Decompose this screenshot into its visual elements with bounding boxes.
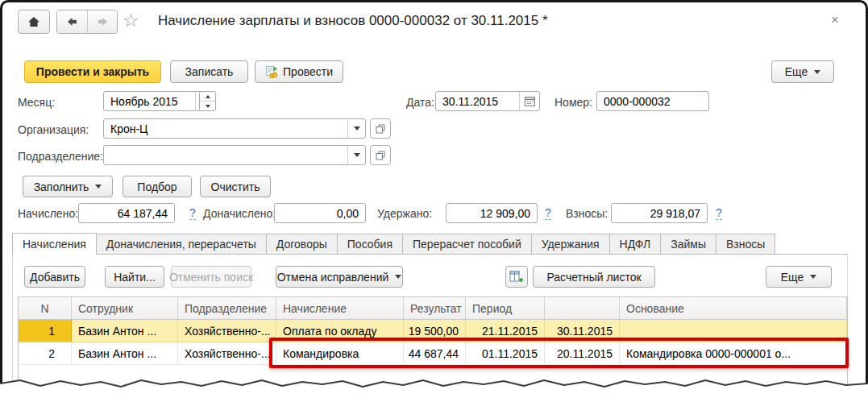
table-row[interactable]: 1 Базин Антон ... Хозяйственно-... Оплат… (19, 320, 847, 342)
forward-icon (97, 17, 109, 27)
cell-employee[interactable]: Базин Антон ... (72, 320, 178, 342)
cell-accrual[interactable]: Оплата по окладу (276, 320, 404, 342)
tab-dogovory[interactable]: Договоры (266, 234, 338, 255)
cell-employee[interactable]: Базин Антон ... (72, 342, 178, 364)
cancel-search-button[interactable]: Отменить поиск (171, 266, 251, 288)
cell-department[interactable]: Хозяйственно-... (178, 342, 276, 364)
contributions-label: Взносы: (566, 207, 608, 220)
cell-result[interactable]: 44 687,44 (404, 342, 466, 364)
cell-basis[interactable] (620, 320, 847, 342)
open-form-icon (376, 124, 385, 134)
add-row-button[interactable]: Добавить (24, 266, 85, 288)
fill-label: Заполнить (34, 180, 89, 193)
more-button-top[interactable]: Еще (771, 60, 834, 83)
table-row[interactable]: 2 Базин Антон ... Хозяйственно-... Коман… (19, 342, 847, 365)
more-grid-label: Еще (781, 271, 804, 284)
close-button[interactable]: × (831, 13, 839, 27)
cell-period-end[interactable]: 20.11.2015 (545, 342, 620, 364)
withheld-input[interactable]: 12 909,00 (446, 203, 538, 223)
back-button[interactable] (57, 10, 87, 33)
withheld-help-link[interactable]: ? (545, 206, 551, 220)
col-header-period[interactable]: Период (466, 297, 545, 319)
cell-n[interactable]: 2 (19, 342, 72, 364)
col-header-empty[interactable] (545, 297, 620, 319)
clear-label: Очистить (211, 180, 260, 193)
chevron-down-icon (810, 275, 816, 279)
date-calendar-button[interactable] (519, 92, 539, 110)
department-open-button[interactable] (370, 145, 391, 165)
chevron-down-icon (814, 70, 820, 74)
organization-combo[interactable]: Крон-Ц (103, 118, 366, 139)
col-header-result[interactable]: Результат (404, 297, 466, 319)
save-button[interactable]: Записать (170, 60, 248, 83)
table-header-row: N Сотрудник Подразделение Начисление Рез… (19, 297, 847, 320)
cell-period-end[interactable]: 30.11.2015 (545, 320, 620, 342)
more-label: Еще (785, 65, 808, 78)
date-value[interactable]: 30.11.2015 (436, 92, 519, 110)
date-field[interactable]: 30.11.2015 (435, 91, 540, 111)
open-form-icon (376, 151, 385, 160)
find-button[interactable]: Найти... (105, 266, 164, 288)
department-combo[interactable] (103, 145, 366, 165)
cell-department[interactable]: Хозяйственно-... (178, 320, 276, 342)
favorite-star-icon[interactable]: ☆ (123, 11, 139, 30)
payslip-label: Расчетный листок (546, 271, 641, 284)
department-value[interactable] (104, 146, 347, 164)
payslip-button[interactable]: Расчетный листок (533, 266, 655, 288)
tab-nachisleniya[interactable]: Начисления (12, 233, 97, 255)
pick-button[interactable]: Подбор (123, 176, 192, 197)
accrued-input[interactable]: 64 187,44 (78, 203, 175, 223)
tab-posobiya[interactable]: Пособия (337, 234, 403, 255)
additional-input[interactable]: 0,00 (274, 203, 366, 223)
page-title: Начисление зарплаты и взносов 0000-00003… (158, 13, 548, 29)
more-button-grid[interactable]: Еще (766, 266, 832, 288)
col-header-n[interactable]: N (19, 297, 72, 319)
cancel-corrections-button[interactable]: Отмена исправлений (276, 266, 403, 288)
organization-dropdown-button[interactable] (347, 119, 365, 138)
additional-label: Доначислено: (203, 207, 276, 220)
contributions-help-link[interactable]: ? (716, 206, 722, 220)
tab-vznosy[interactable]: Взносы (716, 234, 775, 255)
back-icon (66, 17, 78, 27)
cell-n[interactable]: 1 (19, 320, 72, 342)
month-stepper (199, 91, 216, 111)
find-label: Найти... (114, 271, 156, 284)
post-button[interactable]: Провести (255, 60, 343, 83)
tab-donachisleniya[interactable]: Доначисления, перерасчеты (96, 234, 267, 255)
organization-open-button[interactable] (370, 118, 391, 139)
date-calendar-icon (525, 96, 535, 106)
organization-value[interactable]: Крон-Ц (104, 119, 347, 138)
forward-button[interactable] (87, 10, 117, 33)
nav-buttons (56, 10, 118, 34)
spin-down-button[interactable] (200, 101, 215, 110)
col-header-department[interactable]: Подразделение (178, 297, 276, 319)
cell-period-start[interactable]: 21.11.2015 (466, 320, 545, 342)
chevron-down-icon (95, 184, 102, 189)
cell-accrual[interactable]: Командировка (276, 342, 404, 364)
add-row-label: Добавить (30, 271, 80, 284)
withheld-label: Удержано: (377, 207, 432, 220)
tab-ndfl[interactable]: НДФЛ (609, 234, 662, 255)
home-button[interactable] (18, 10, 50, 34)
cell-period-start[interactable]: 01.11.2015 (466, 342, 545, 364)
post-document-icon (265, 65, 278, 78)
post-and-close-button[interactable]: Провести и закрыть (24, 60, 161, 83)
cell-result[interactable]: 19 500,00 (404, 320, 466, 342)
month-value[interactable]: Ноябрь 2015 (104, 92, 195, 110)
department-dropdown-button[interactable] (347, 146, 365, 164)
number-input[interactable]: 0000-000032 (596, 91, 709, 111)
col-header-accrual[interactable]: Начисление (276, 297, 404, 319)
add-column-button[interactable] (505, 266, 528, 288)
clear-button[interactable]: Очистить (200, 176, 271, 197)
fill-button[interactable]: Заполнить (23, 176, 113, 197)
tab-pereraschet-posobiy[interactable]: Перерасчет пособий (402, 234, 532, 255)
accruals-table: N Сотрудник Подразделение Начисление Рез… (18, 296, 848, 385)
accrued-help-link[interactable]: ? (189, 206, 196, 220)
tab-uderzhaniya[interactable]: Удержания (531, 234, 610, 255)
cell-basis[interactable]: Командировка 0000-000001 о... (620, 342, 847, 364)
tab-zaymy[interactable]: Займы (660, 234, 716, 255)
col-header-employee[interactable]: Сотрудник (72, 297, 178, 319)
col-header-basis[interactable]: Основание (620, 297, 847, 319)
contributions-input[interactable]: 29 918,07 (611, 203, 708, 223)
spin-up-button[interactable] (200, 92, 215, 101)
